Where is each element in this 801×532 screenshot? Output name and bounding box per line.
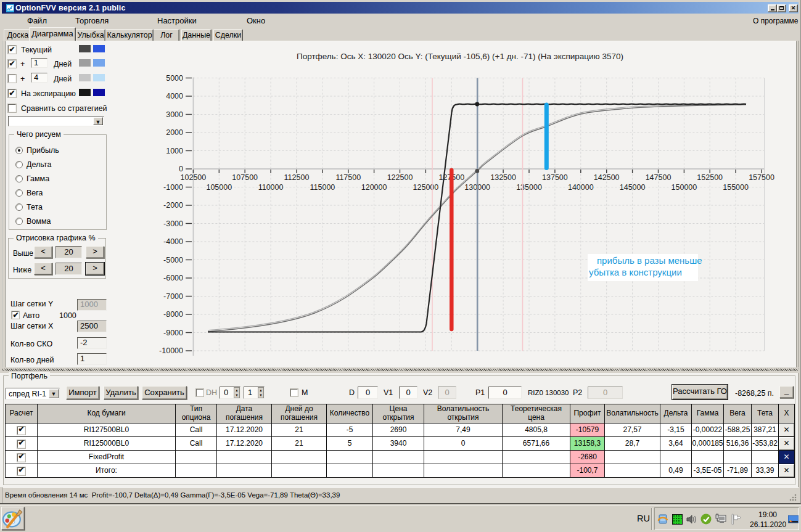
svg-text:-2000: -2000 bbox=[163, 201, 183, 210]
svg-text:112500: 112500 bbox=[284, 173, 310, 182]
svg-text:137500: 137500 bbox=[542, 173, 568, 182]
svg-text:-3000: -3000 bbox=[163, 219, 183, 228]
svg-text:4000: 4000 bbox=[166, 92, 183, 100]
svg-text:122500: 122500 bbox=[387, 173, 413, 182]
svg-text:5000: 5000 bbox=[166, 74, 183, 83]
svg-text:120000: 120000 bbox=[361, 183, 387, 192]
svg-text:-7000: -7000 bbox=[163, 292, 183, 301]
svg-text:115000: 115000 bbox=[310, 183, 335, 192]
svg-text:Портфель: Ось X: 130020 Ось Y:: Портфель: Ось X: 130020 Ось Y: (Текущий … bbox=[297, 52, 623, 61]
svg-text:132500: 132500 bbox=[490, 173, 516, 182]
svg-text:прибыль в разы меньше: прибыль в разы меньше bbox=[597, 255, 702, 266]
svg-text:142500: 142500 bbox=[594, 173, 620, 182]
svg-text:147500: 147500 bbox=[646, 173, 672, 182]
svg-text:-4000: -4000 bbox=[163, 237, 183, 246]
svg-text:152500: 152500 bbox=[697, 173, 723, 182]
svg-text:3000: 3000 bbox=[166, 110, 183, 119]
svg-text:-5000: -5000 bbox=[163, 256, 183, 264]
svg-text:-1000: -1000 bbox=[163, 183, 183, 192]
svg-text:107500: 107500 bbox=[232, 173, 258, 182]
svg-text:150000: 150000 bbox=[672, 183, 697, 192]
svg-text:-9000: -9000 bbox=[163, 329, 183, 337]
svg-text:-6000: -6000 bbox=[163, 274, 183, 282]
svg-text:110000: 110000 bbox=[258, 183, 284, 192]
svg-text:157500: 157500 bbox=[749, 173, 774, 182]
svg-text:2000: 2000 bbox=[166, 128, 183, 137]
svg-text:155000: 155000 bbox=[723, 183, 749, 192]
svg-text:102500: 102500 bbox=[181, 173, 207, 182]
svg-text:105000: 105000 bbox=[206, 183, 232, 192]
svg-text:117500: 117500 bbox=[335, 173, 361, 182]
svg-text:1000: 1000 bbox=[166, 147, 183, 155]
svg-text:-8000: -8000 bbox=[163, 310, 183, 319]
svg-text:-10000: -10000 bbox=[159, 346, 183, 355]
svg-text:125000: 125000 bbox=[413, 183, 439, 192]
svg-text:135000: 135000 bbox=[516, 183, 542, 192]
svg-text:убытка в конструкции: убытка в конструкции bbox=[589, 267, 682, 277]
svg-text:145000: 145000 bbox=[620, 183, 646, 192]
svg-text:0: 0 bbox=[179, 165, 183, 173]
svg-text:140000: 140000 bbox=[568, 183, 594, 192]
